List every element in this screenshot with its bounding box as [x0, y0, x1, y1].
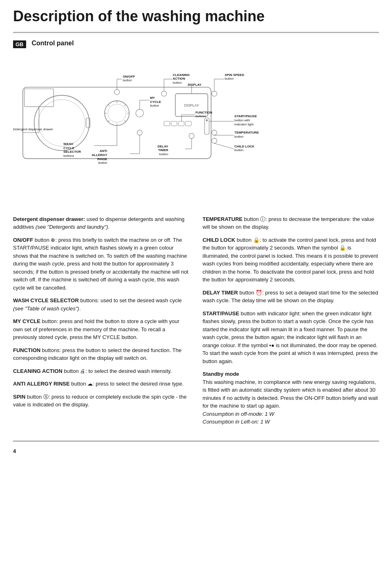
anti-allergy-label: ANTI ALLERGY RINSE	[13, 381, 70, 387]
on-off-text: button ⊕: press this briefly to switch t…	[13, 237, 188, 291]
section-header: GB Control panel	[13, 40, 379, 50]
delay-timer-block: DELAY TIMER button ⏰: press to set a del…	[203, 289, 379, 305]
svg-text:ACTION: ACTION	[173, 77, 185, 80]
machine-diagram-svg: DISPLAY	[13, 58, 266, 181]
on-off-block: ON/OFF button ⊕: press this briefly to s…	[13, 236, 189, 292]
svg-text:TEMPERATURE: TEMPERATURE	[234, 131, 259, 134]
function-block: FUNCTION buttons: press the button to se…	[13, 346, 189, 362]
svg-text:MY: MY	[150, 96, 155, 100]
svg-text:DISPLAY: DISPLAY	[184, 103, 199, 107]
anti-allergy-block: ANTI ALLERGY RINSE button ☁: press to se…	[13, 380, 189, 388]
function-label: FUNCTION	[13, 347, 40, 353]
svg-point-30	[212, 138, 217, 143]
svg-text:CLEANING: CLEANING	[173, 73, 189, 76]
svg-rect-0	[23, 87, 211, 158]
svg-text:ON/OFF: ON/OFF	[123, 74, 135, 78]
detergent-label: Detergent dispenser drawer:	[13, 216, 85, 222]
right-column: TEMPERATURE button ⓘ: press to decrease …	[203, 215, 379, 431]
svg-rect-19	[178, 121, 184, 126]
svg-point-26	[161, 91, 167, 96]
svg-text:button: button	[173, 80, 182, 84]
svg-text:SPIN SPEED: SPIN SPEED	[225, 73, 244, 76]
svg-text:button with: button with	[234, 118, 250, 122]
svg-text:indicator light: indicator light	[234, 122, 254, 126]
svg-text:ANTI: ANTI	[100, 149, 107, 153]
svg-text:button: button	[98, 161, 107, 165]
standby-text: This washing machine, in compliance with…	[203, 378, 379, 410]
page-title: Description of the washing machine	[13, 0, 379, 29]
svg-text:buttons: buttons	[63, 154, 74, 157]
svg-line-52	[214, 143, 234, 149]
svg-text:button: button	[159, 152, 168, 156]
spin-label: SPIN	[13, 394, 25, 400]
svg-text:DISPLAY: DISPLAY	[188, 83, 202, 86]
bottom-rule	[13, 441, 379, 442]
svg-text:ALLERGY: ALLERGY	[92, 153, 108, 157]
svg-text:FUNCTION: FUNCTION	[196, 110, 212, 114]
start-pause-block: START/PAUSE button with indicator light:…	[203, 310, 379, 366]
child-lock-text: button 🔒: to activate the control panel …	[203, 237, 378, 283]
content-columns: Detergent dispenser drawer: used to disp…	[13, 215, 379, 431]
consumption-left: Consumption in Left-on: 1 W	[203, 418, 379, 426]
spin-text: button Ⓢ: press to reduce or completely …	[13, 394, 187, 408]
child-lock-block: CHILD LOCK button 🔒: to activate the con…	[203, 236, 379, 284]
consumption-off: Consumption in off-mode: 1 W	[203, 410, 379, 418]
svg-text:TIMER: TIMER	[158, 148, 168, 152]
title-divider	[13, 32, 379, 33]
svg-point-29	[189, 133, 194, 138]
anti-allergy-text: button ☁: press to select the desired ri…	[71, 381, 183, 387]
standby-block: Standby mode This washing machine, in co…	[203, 370, 379, 426]
svg-text:buttons: buttons	[196, 114, 206, 118]
svg-point-22	[206, 119, 208, 121]
svg-rect-18	[171, 121, 177, 126]
control-panel-diagram: DISPLAY	[13, 50, 379, 205]
svg-text:RINSE: RINSE	[97, 157, 107, 161]
section-title: Control panel	[32, 40, 74, 47]
left-column: Detergent dispenser drawer: used to disp…	[13, 215, 189, 431]
svg-point-25	[137, 130, 143, 135]
cleaning-action-label: CLEANING ACTION	[13, 368, 62, 374]
detergent-block: Detergent dispenser drawer: used to disp…	[13, 215, 189, 231]
temperature-label: TEMPERATURE	[203, 216, 243, 222]
svg-text:CHILD LOCK: CHILD LOCK	[234, 144, 254, 148]
delay-timer-label: DELAY TIMER	[203, 290, 238, 296]
on-off-label: ON/OFF	[13, 237, 33, 243]
svg-line-11	[108, 104, 109, 106]
page-number: 4	[13, 448, 379, 454]
svg-line-13	[108, 120, 109, 122]
svg-text:START/PAUSE: START/PAUSE	[234, 114, 257, 118]
svg-line-14	[125, 120, 126, 122]
svg-text:button: button	[234, 148, 243, 152]
wash-cycle-block: WASH CYCLE SELECTOR buttons: used to set…	[13, 297, 189, 312]
svg-text:SELECTOR: SELECTOR	[63, 150, 81, 154]
svg-text:Detergent dispenser drawer: Detergent dispenser drawer	[13, 127, 53, 131]
svg-rect-17	[164, 121, 170, 126]
temperature-block: TEMPERATURE button ⓘ: press to decrease …	[203, 215, 379, 231]
svg-text:DELAY: DELAY	[158, 144, 169, 148]
svg-point-24	[136, 109, 143, 117]
svg-rect-4	[24, 89, 54, 107]
child-lock-label: CHILD LOCK	[203, 237, 235, 243]
svg-point-6	[108, 104, 126, 122]
svg-text:WASH: WASH	[63, 142, 73, 146]
start-pause-label: START/PAUSE	[203, 310, 239, 317]
svg-point-23	[114, 89, 120, 95]
svg-rect-20	[185, 121, 191, 126]
cleaning-action-block: CLEANING ACTION button 🖨: to select the …	[13, 367, 189, 375]
cleaning-action-text: button 🖨: to select the desired wash int…	[64, 368, 172, 374]
svg-text:button: button	[150, 104, 159, 107]
svg-point-27	[212, 91, 217, 96]
start-pause-text: button with indicator light: when the gr…	[203, 310, 378, 364]
spin-block: SPIN button Ⓢ: press to reduce or comple…	[13, 393, 189, 409]
svg-point-28	[212, 130, 217, 135]
svg-text:CYCLE: CYCLE	[150, 100, 161, 103]
wash-cycle-label: WASH CYCLE SELECTOR	[13, 297, 79, 303]
my-cycle-label: MY CYCLE	[13, 318, 40, 324]
svg-text:CYCLE: CYCLE	[63, 146, 74, 149]
my-cycle-block: MY CYCLE button: press and hold the butt…	[13, 317, 189, 341]
language-badge: GB	[13, 40, 26, 48]
standby-title: Standby mode	[203, 370, 379, 378]
svg-text:button: button	[123, 78, 132, 82]
svg-text:button: button	[234, 134, 243, 138]
svg-text:button: button	[225, 77, 234, 80]
